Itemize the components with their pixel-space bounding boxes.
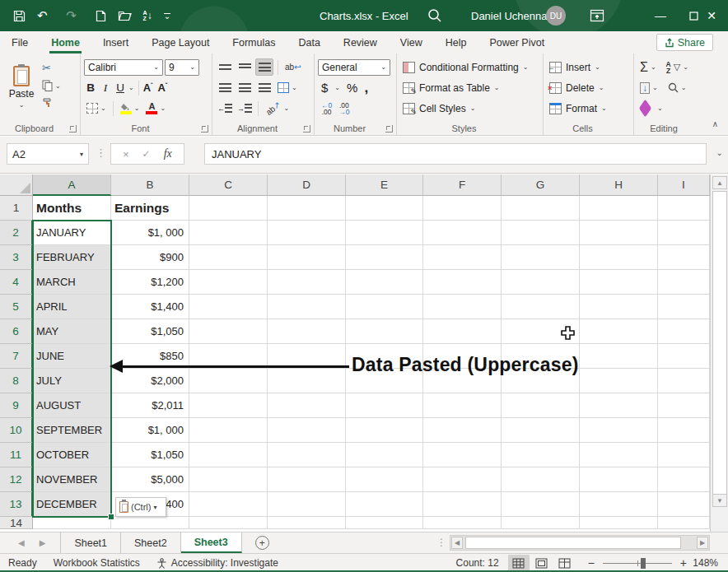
cell-E1[interactable] (346, 196, 423, 221)
cell-I5[interactable] (658, 295, 710, 319)
font-name-combo[interactable]: Calibri⌄ (84, 59, 163, 76)
cell-A11[interactable]: OCTOBER (33, 443, 111, 467)
name-box-caret-icon[interactable]: ▾ (80, 151, 83, 158)
orientation-button[interactable]: ab↗⌄ (263, 102, 292, 114)
column-header-C[interactable]: C (189, 174, 268, 196)
customize-toolbar-icon[interactable]: ⌄ (164, 13, 170, 19)
cell-F9[interactable] (423, 393, 502, 418)
column-header-H[interactable]: H (580, 174, 658, 196)
cell-E11[interactable] (346, 443, 423, 467)
fill-color-button[interactable]: ⌄ (118, 101, 142, 116)
merge-center-button[interactable]: ⌄ (275, 81, 300, 95)
cell-E12[interactable] (346, 467, 423, 492)
cell-I12[interactable] (658, 467, 710, 492)
new-sheet-button[interactable]: + (255, 532, 269, 553)
save-icon[interactable] (13, 10, 26, 22)
cell-B6[interactable]: $1,050 (111, 319, 189, 344)
row-header-12[interactable]: 12 (0, 467, 33, 492)
cell-C10[interactable] (189, 418, 268, 443)
cell-H12[interactable] (580, 467, 658, 492)
number-format-combo[interactable]: General⌄ (318, 59, 390, 76)
cell-G9[interactable] (502, 393, 580, 418)
cell-E4[interactable] (346, 270, 423, 295)
cell-G1[interactable] (502, 196, 580, 221)
sheet-tab-sheet1[interactable]: Sheet1 (61, 532, 121, 553)
tab-review[interactable]: Review (332, 31, 389, 53)
paste-button[interactable]: Paste ⌄ (3, 57, 40, 118)
collapse-ribbon-icon[interactable]: ∧ (712, 119, 718, 128)
format-cells-button[interactable]: Format⌄ (547, 98, 630, 119)
page-layout-view-button[interactable] (531, 555, 553, 571)
cell-A6[interactable]: MAY (33, 319, 111, 344)
page-break-view-button[interactable] (554, 555, 576, 571)
minimize-button[interactable]: — (644, 0, 677, 31)
tab-help[interactable]: Help (434, 31, 478, 53)
cell-C14[interactable] (189, 517, 268, 529)
cell-B5[interactable]: $1,400 (111, 295, 189, 319)
cell-G3[interactable] (502, 245, 580, 270)
sort-ascending-icon[interactable]: AZ↓ (143, 10, 152, 21)
row-header-9[interactable]: 9 (0, 393, 33, 418)
row-header-7[interactable]: 7 (0, 344, 33, 369)
top-align-button[interactable] (216, 58, 234, 76)
cell-A5[interactable]: APRIL (33, 295, 111, 319)
align-left-button[interactable] (216, 79, 234, 96)
bottom-align-button[interactable] (255, 58, 273, 76)
cell-A3[interactable]: FEBRUARY (33, 245, 111, 270)
column-header-D[interactable]: D (268, 174, 346, 196)
share-button[interactable]: Share (656, 34, 713, 51)
cell-B8[interactable]: $2,000 (111, 369, 189, 393)
tab-data[interactable]: Data (287, 31, 331, 53)
sheet-tab-sheet3[interactable]: Sheet3 (181, 532, 242, 553)
clear-button[interactable]: ⌄ (637, 101, 665, 115)
scroll-left-icon[interactable]: ◀ (451, 537, 463, 549)
cell-E9[interactable] (346, 393, 423, 418)
cell-G12[interactable] (502, 467, 580, 492)
cell-H9[interactable] (580, 393, 658, 418)
cell-H5[interactable] (580, 295, 658, 319)
fill-button[interactable]: ↓⌄ (637, 81, 660, 95)
cell-C4[interactable] (189, 270, 268, 295)
column-header-A[interactable]: A (33, 174, 111, 196)
cell-E14[interactable] (346, 517, 423, 529)
scroll-right-icon[interactable]: ▶ (697, 537, 708, 549)
formula-bar-grip-icon[interactable]: ⋮ (96, 146, 106, 159)
row-header-1[interactable]: 1 (0, 196, 33, 221)
cell-F4[interactable] (423, 270, 502, 295)
cell-B11[interactable]: $1,050 (111, 443, 189, 467)
wrap-text-button[interactable]: ab↩ (282, 61, 304, 73)
undo-caret-icon[interactable]: ⌄ (49, 12, 55, 20)
underline-button[interactable]: U (114, 81, 127, 94)
user-name[interactable]: Daniel Uchenna (471, 0, 548, 31)
search-icon[interactable] (427, 7, 443, 24)
cell-H3[interactable] (580, 245, 658, 270)
cell-C5[interactable] (189, 295, 268, 319)
cell-D10[interactable] (268, 418, 346, 443)
cell-C9[interactable] (189, 393, 268, 418)
cell-F2[interactable] (423, 221, 502, 245)
cell-I6[interactable] (658, 319, 710, 344)
alignment-dialog-launcher-icon[interactable] (303, 125, 310, 133)
row-header-8[interactable]: 8 (0, 369, 33, 393)
horizontal-scrollbar[interactable]: ◀ ▶ (450, 535, 710, 551)
cell-B12[interactable]: $5,000 (111, 467, 189, 492)
insert-cells-button[interactable]: ← Insert⌄ (547, 57, 630, 77)
delete-cells-button[interactable]: × Delete⌄ (547, 77, 630, 98)
cell-I7[interactable] (658, 344, 710, 369)
status-count[interactable]: Count: 12 (448, 554, 507, 572)
font-size-combo[interactable]: 9⌄ (165, 59, 199, 76)
expand-formula-bar-icon[interactable]: ⌄ (716, 148, 723, 157)
cell-D3[interactable] (268, 245, 346, 270)
cell-I8[interactable] (658, 369, 710, 393)
cut-button[interactable]: ✂ (40, 60, 63, 76)
cell-C11[interactable] (189, 443, 268, 467)
cell-A14[interactable] (33, 517, 111, 529)
sheet-nav-right-icon[interactable]: ▶ (40, 538, 46, 547)
paste-options-button[interactable]: (Ctrl) ▾ (115, 497, 166, 517)
cell-B4[interactable]: $1,200 (111, 270, 189, 295)
cell-B1[interactable]: Earnings (111, 196, 189, 221)
align-right-button[interactable] (255, 79, 273, 96)
cell-H7[interactable] (580, 344, 658, 369)
zoom-slider[interactable] (603, 563, 672, 564)
decrease-font-button[interactable]: Aˇ (157, 81, 167, 94)
